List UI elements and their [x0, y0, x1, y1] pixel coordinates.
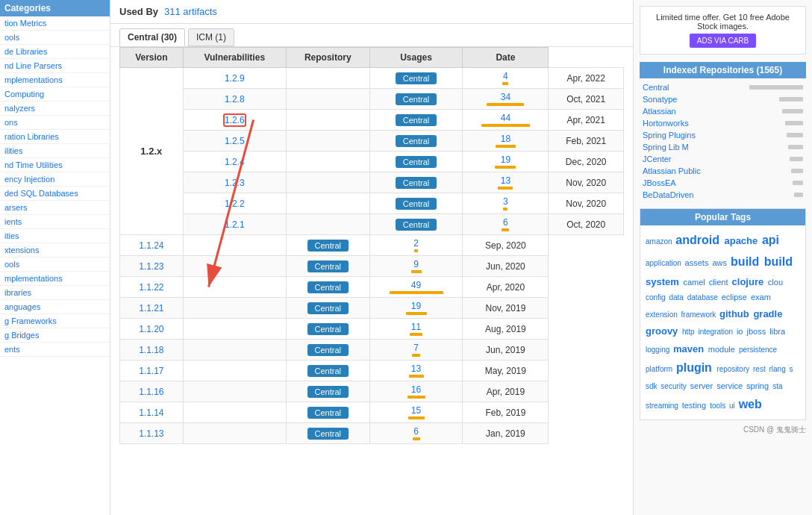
repo-cell[interactable]: Central	[369, 89, 463, 110]
tag-32[interactable]: persistence	[739, 346, 777, 354]
sidebar-item-8[interactable]: ration Libraries	[0, 130, 110, 144]
tag-45[interactable]: streaming	[646, 402, 681, 410]
repo-list-item-6[interactable]: JCenter	[640, 153, 806, 165]
tab-0[interactable]: Central (30)	[119, 28, 185, 46]
tag-44[interactable]: sta	[772, 382, 782, 390]
sidebar-item-20[interactable]: anguages	[0, 300, 110, 314]
tag-48[interactable]: ui	[729, 402, 737, 410]
tag-2[interactable]: apache	[724, 235, 760, 246]
tab-1[interactable]: ICM (1)	[188, 28, 234, 46]
repo-cell[interactable]: Central	[286, 256, 369, 277]
sidebar-item-23[interactable]: ents	[0, 343, 110, 357]
version-cell[interactable]: 1.2.1	[183, 214, 286, 235]
sidebar-item-12[interactable]: ded SQL Databases	[0, 187, 110, 201]
repo-list-item-4[interactable]: Spring Plugins	[640, 129, 806, 141]
tag-42[interactable]: service	[716, 381, 745, 390]
tag-34[interactable]: plugin	[676, 361, 715, 374]
usages-cell[interactable]: 7	[369, 340, 463, 360]
repo-cell[interactable]: Central	[286, 298, 369, 319]
tag-41[interactable]: server	[690, 381, 716, 390]
version-cell[interactable]: 1.2.4	[183, 152, 286, 172]
sidebar-item-7[interactable]: ons	[0, 116, 110, 130]
usages-cell[interactable]: 15	[369, 402, 463, 423]
tag-46[interactable]: testing	[682, 401, 708, 410]
sidebar-item-13[interactable]: arsers	[0, 201, 110, 215]
repo-list-item-3[interactable]: Hortonworks	[640, 117, 806, 129]
repo-list-item-1[interactable]: Sonatype	[640, 93, 806, 105]
version-cell[interactable]: 1.1.18	[120, 340, 184, 360]
tag-47[interactable]: tools	[710, 402, 728, 410]
repo-list-item-9[interactable]: BeDataDriven	[640, 189, 806, 201]
repo-cell[interactable]: Central	[369, 131, 463, 152]
repo-cell[interactable]: Central	[369, 172, 463, 193]
tag-36[interactable]: rest	[753, 365, 767, 373]
sidebar-item-18[interactable]: mplementations	[0, 272, 110, 286]
sidebar-item-17[interactable]: ools	[0, 258, 110, 272]
tag-22[interactable]: gradle	[753, 308, 782, 319]
sidebar-item-1[interactable]: ools	[0, 31, 110, 45]
usages-cell[interactable]: 11	[369, 319, 463, 340]
version-cell[interactable]: 1.2.3	[183, 172, 286, 193]
tag-17[interactable]: eclipse	[722, 293, 749, 302]
tag-39[interactable]: sdk	[646, 382, 659, 390]
tag-31[interactable]: module	[708, 345, 737, 354]
tag-35[interactable]: repository	[716, 365, 752, 373]
tag-18[interactable]: exam	[751, 293, 771, 302]
usages-cell[interactable]: 16	[369, 381, 463, 402]
tag-12[interactable]: clojure	[732, 276, 766, 287]
usages-cell[interactable]: 9	[369, 256, 463, 277]
repo-list-item-2[interactable]: Atlassian	[640, 105, 806, 117]
usages-cell[interactable]: 18	[463, 131, 549, 152]
tag-40[interactable]: security	[660, 382, 688, 390]
tag-8[interactable]: build	[764, 255, 793, 268]
tag-6[interactable]: aws	[712, 258, 729, 267]
tag-19[interactable]: extension	[646, 310, 680, 319]
sidebar-item-9[interactable]: ilities	[0, 144, 110, 158]
sidebar-item-4[interactable]: mplementations	[0, 73, 110, 87]
tag-28[interactable]: libra	[769, 327, 785, 336]
ads-button[interactable]: ADS VIA CARB	[690, 34, 756, 48]
sidebar-item-11[interactable]: ency Injection	[0, 172, 110, 187]
repo-list-item-8[interactable]: JBossEA	[640, 177, 806, 189]
repo-cell[interactable]: Central	[286, 277, 369, 298]
tag-16[interactable]: database	[687, 293, 720, 302]
tag-1[interactable]: android	[675, 234, 722, 246]
version-cell[interactable]: 1.2.9	[183, 68, 286, 89]
sidebar-item-19[interactable]: ibraries	[0, 286, 110, 300]
tag-43[interactable]: spring	[746, 381, 771, 390]
tag-26[interactable]: io	[737, 327, 746, 336]
tag-3[interactable]: api	[762, 234, 779, 246]
version-cell[interactable]: 1.1.17	[120, 360, 184, 381]
version-cell[interactable]: 1.2.6	[183, 110, 286, 131]
repo-list-item-0[interactable]: Central	[640, 81, 806, 93]
version-cell[interactable]: 1.1.23	[120, 256, 184, 277]
repo-cell[interactable]: Central	[369, 152, 463, 172]
used-by-value[interactable]: 311 artifacts	[164, 6, 217, 17]
tag-23[interactable]: groovy	[646, 325, 681, 337]
tag-37[interactable]: rlang	[769, 365, 787, 373]
sidebar-item-22[interactable]: g Bridges	[0, 328, 110, 343]
repo-cell[interactable]: Central	[286, 360, 369, 381]
version-cell[interactable]: 1.2.5	[183, 131, 286, 152]
tag-30[interactable]: maven	[673, 343, 707, 355]
tag-24[interactable]: http	[682, 328, 696, 336]
repo-cell[interactable]: Central	[286, 235, 369, 256]
sidebar-item-2[interactable]: de Libraries	[0, 45, 110, 59]
version-cell[interactable]: 1.2.8	[183, 89, 286, 110]
tag-11[interactable]: client	[709, 278, 731, 287]
tag-49[interactable]: web	[739, 398, 762, 411]
version-cell[interactable]: 1.2.2	[183, 193, 286, 214]
tag-4[interactable]: application	[646, 259, 684, 267]
repo-list-item-7[interactable]: Atlassian Public	[640, 165, 806, 177]
version-cell[interactable]: 1.1.14	[120, 402, 184, 423]
sidebar-item-14[interactable]: ients	[0, 215, 110, 229]
version-cell[interactable]: 1.1.16	[120, 381, 184, 402]
repo-cell[interactable]: Central	[369, 193, 463, 214]
repo-cell[interactable]: Central	[369, 68, 463, 89]
tag-38[interactable]: s	[790, 365, 793, 373]
sidebar-item-5[interactable]: Computing	[0, 87, 110, 102]
tag-5[interactable]: assets	[685, 258, 711, 267]
usages-cell[interactable]: 19	[369, 298, 463, 319]
repo-list-item-5[interactable]: Spring Lib M	[640, 141, 806, 153]
sidebar-item-3[interactable]: nd Line Parsers	[0, 59, 110, 73]
